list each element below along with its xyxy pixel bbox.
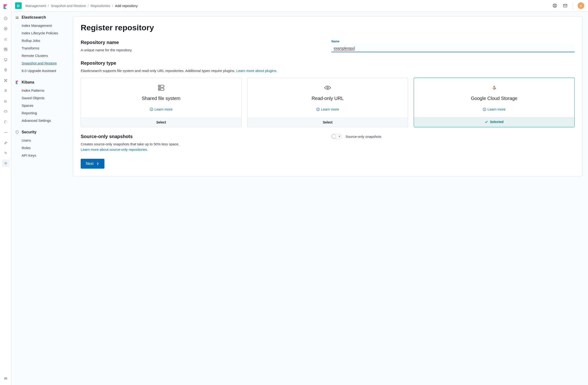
space-badge[interactable]: D <box>15 2 22 9</box>
breadcrumb-repositories[interactable]: Repositories <box>91 4 110 8</box>
dev-tools-icon[interactable] <box>2 139 9 146</box>
repo-name-title: Repository name <box>81 40 324 45</box>
eye-icon <box>251 84 404 92</box>
dashboard-icon[interactable] <box>2 46 9 53</box>
uptime-icon[interactable] <box>2 118 9 126</box>
svg-point-21 <box>160 86 161 86</box>
card-title: Read-only URL <box>251 95 404 102</box>
collapse-nav-icon[interactable] <box>2 375 9 382</box>
sidebar-item-remote-clusters[interactable]: Remote Clusters <box>15 52 68 60</box>
sidebar-item-spaces[interactable]: Spaces <box>15 102 68 109</box>
source-only-title: Source-only snapshots <box>81 134 324 139</box>
svg-point-1 <box>4 27 7 30</box>
siem-icon[interactable] <box>2 128 9 136</box>
sidebar-item-ilm[interactable]: Index Lifecycle Policies <box>15 29 68 37</box>
source-only-desc: Creates source-only snapshots that take … <box>81 142 179 146</box>
card-learn-more-link[interactable]: Learn more <box>150 107 173 111</box>
svg-point-16 <box>554 5 556 7</box>
management-icon[interactable] <box>2 159 9 167</box>
svg-rect-5 <box>4 59 7 61</box>
recently-viewed-icon[interactable] <box>2 15 9 22</box>
section-elasticsearch: Elasticsearch <box>15 15 68 20</box>
user-avatar[interactable]: e <box>578 2 584 9</box>
sidebar-item-roles[interactable]: Roles <box>15 144 68 152</box>
svg-point-25 <box>327 87 329 89</box>
canvas-icon[interactable] <box>2 56 9 64</box>
card-title: Shared file system <box>85 95 238 102</box>
repo-type-desc: Elasticsearch supports file system and r… <box>81 68 575 74</box>
breadcrumb-current: Add repository <box>115 4 138 8</box>
svg-rect-3 <box>6 48 7 49</box>
svg-rect-2 <box>4 48 5 49</box>
svg-rect-13 <box>4 111 7 112</box>
breadcrumb: Management / Snapshot and Restore / Repo… <box>25 4 138 8</box>
visualize-icon[interactable] <box>2 35 9 43</box>
chevron-right-icon <box>96 162 99 165</box>
ml-icon[interactable] <box>2 77 9 84</box>
security-icon <box>15 130 19 134</box>
kibana-icon <box>15 80 19 85</box>
breadcrumb-snapshot-restore[interactable]: Snapshot and Restore <box>51 4 86 8</box>
newsfeed-icon[interactable] <box>562 3 568 8</box>
svg-point-14 <box>5 163 6 164</box>
elasticsearch-icon <box>15 15 19 20</box>
card-select-button[interactable]: Select <box>248 117 408 127</box>
page-title: Register repository <box>81 23 575 32</box>
discover-icon[interactable] <box>2 25 9 32</box>
logs-icon[interactable] <box>2 97 9 105</box>
svg-point-6 <box>5 69 6 70</box>
svg-rect-17 <box>564 4 567 7</box>
apm-icon[interactable] <box>2 108 9 115</box>
card-select-button[interactable]: Select <box>81 117 241 127</box>
card-learn-more-link[interactable]: Learn more <box>316 107 339 111</box>
infrastructure-icon[interactable] <box>2 87 9 95</box>
sidebar-item-advanced-settings[interactable]: Advanced Settings <box>15 117 68 124</box>
register-repository-panel: Register repository Repository name A un… <box>73 16 582 176</box>
breadcrumb-management[interactable]: Management <box>25 4 46 8</box>
help-icon[interactable] <box>552 3 558 8</box>
next-button[interactable]: Next <box>81 159 105 169</box>
sidebar-item-rollup-jobs[interactable]: Rollup Jobs <box>15 37 68 44</box>
monitoring-icon[interactable] <box>2 149 9 157</box>
repo-type-card-url: Read-only URL Learn more Select <box>247 78 408 127</box>
x-icon: ✕ <box>338 135 340 138</box>
storage-icon <box>85 84 238 92</box>
card-title: Google Cloud Storage <box>418 95 571 102</box>
svg-point-23 <box>160 89 161 90</box>
repo-type-title: Repository type <box>81 61 575 66</box>
repository-name-input[interactable] <box>331 44 575 52</box>
sidebar-item-api-keys[interactable]: API Keys <box>15 152 68 159</box>
collapsed-nav <box>0 0 11 385</box>
sidebar-item-reporting[interactable]: Reporting <box>15 109 68 117</box>
name-field-label: Name <box>331 40 575 43</box>
maps-icon[interactable] <box>2 66 9 74</box>
sidebar-item-upgrade-assistant[interactable]: 8.0 Upgrade Assistant <box>15 67 68 75</box>
card-learn-more-link[interactable]: Learn more <box>483 107 506 111</box>
sidebar-item-index-management[interactable]: Index Management <box>15 22 68 29</box>
management-side-menu: Elasticsearch Index Management Index Lif… <box>11 12 72 385</box>
source-only-learn-link[interactable]: Learn more about source-only repositorie… <box>81 148 148 151</box>
sidebar-item-saved-objects[interactable]: Saved Objects <box>15 94 68 102</box>
sidebar-item-index-patterns[interactable]: Index Patterns <box>15 87 68 94</box>
repo-type-card-fs: Shared file system Learn more Select <box>81 78 242 127</box>
sidebar-item-users[interactable]: Users <box>15 137 68 144</box>
gcs-icon <box>418 84 571 92</box>
kibana-logo-icon[interactable] <box>3 4 8 9</box>
section-kibana: Kibana <box>15 80 68 85</box>
source-only-toggle[interactable]: ✕ <box>331 134 342 139</box>
sidebar-item-transforms[interactable]: Transforms <box>15 44 68 52</box>
repo-type-card-gcs: Google Cloud Storage Learn more Selected <box>414 78 575 127</box>
top-header: D Management / Snapshot and Restore / Re… <box>11 0 588 12</box>
learn-more-plugins-link[interactable]: Learn more about plugins. <box>236 69 277 73</box>
repo-name-desc: A unique name for the repository. <box>81 47 324 53</box>
card-selected-indicator[interactable]: Selected <box>414 117 574 127</box>
toggle-knob <box>332 134 336 139</box>
svg-point-22 <box>159 89 160 90</box>
sidebar-item-snapshot-restore[interactable]: Snapshot and Restore <box>15 60 68 67</box>
svg-rect-4 <box>4 50 7 51</box>
svg-point-12 <box>5 89 6 91</box>
svg-point-20 <box>159 86 160 86</box>
toggle-label: Source-only snapshots <box>345 134 381 139</box>
section-security: Security <box>15 130 68 134</box>
